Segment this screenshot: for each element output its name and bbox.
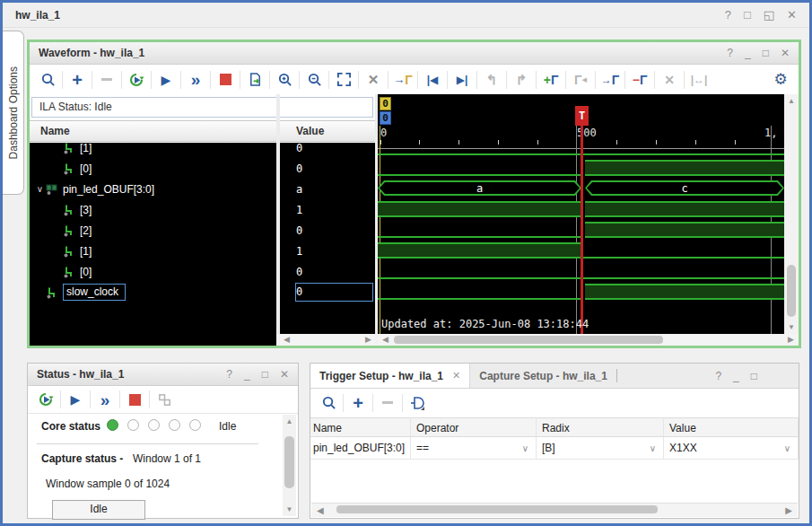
scroll-left-arrow-icon[interactable]: ◀ [382, 334, 389, 346]
stop-trigger-icon[interactable] [122, 389, 147, 410]
column-header-radix[interactable]: Radix [537, 417, 664, 437]
goto-marker-icon[interactable]: →Γ [598, 69, 623, 91]
minimize-icon[interactable]: _ [745, 47, 751, 59]
disable-trigger-icon[interactable]: ✕ [361, 69, 386, 91]
radix-select[interactable]: [B]∨ [537, 437, 664, 460]
signal-value-cell[interactable]: 0 [280, 158, 375, 179]
trigger-horizontal-scrollbar[interactable]: ◀ ▶ [311, 503, 798, 517]
signal-row-slow_clock[interactable]: slow_clock [30, 282, 276, 302]
float-icon[interactable]: ◱ [764, 8, 774, 22]
signal-value-cell[interactable]: a [280, 179, 375, 199]
dashboard-options-tab[interactable]: Dashboard Options [3, 31, 24, 195]
blue-marker-badge[interactable]: 0 [380, 111, 391, 125]
probe-name-cell[interactable]: pin_led_OBUF[3:0] [310, 437, 411, 460]
help-icon[interactable]: ? [715, 370, 721, 382]
run-trigger-icon[interactable] [124, 69, 149, 91]
wave-hscroll-thumb[interactable] [394, 336, 663, 344]
scroll-up-arrow-icon[interactable]: ▲ [283, 417, 296, 425]
scroll-right-arrow-icon[interactable]: ▶ [788, 334, 794, 346]
signal-value-cell[interactable]: 0 [280, 261, 375, 282]
name-column-header[interactable]: Name [30, 120, 276, 142]
signal-row-0[interactable]: [0] [30, 158, 276, 179]
signal-row-1[interactable]: [1] [30, 241, 276, 261]
tree-expand-icon[interactable]: ∨ [34, 184, 46, 194]
search-icon[interactable] [316, 392, 341, 414]
delete-icon[interactable]: ✕ [657, 69, 682, 91]
stop-trigger-icon[interactable] [213, 69, 238, 91]
next-transition-icon[interactable]: ▶| [450, 69, 475, 91]
signal-row-0[interactable]: [0] [30, 261, 276, 282]
search-icon[interactable] [35, 69, 60, 91]
close-icon[interactable]: ✕ [280, 368, 289, 381]
help-icon[interactable]: ? [226, 368, 232, 381]
fit-markers-icon[interactable]: |↔| [686, 69, 712, 91]
close-icon[interactable]: ✕ [781, 47, 790, 59]
signal-value-cell[interactable]: 0 [280, 143, 375, 158]
previous-marker-icon[interactable]: Γ◂ [568, 69, 593, 91]
run-trigger-repeat-icon[interactable]: » [92, 389, 118, 410]
scroll-right-arrow-icon[interactable]: ▶ [365, 334, 371, 346]
chevron-down-icon[interactable]: ∨ [650, 437, 656, 460]
close-icon[interactable]: ✕ [787, 8, 797, 22]
column-header-value[interactable]: Value [664, 417, 799, 437]
trigger-flag[interactable]: T [575, 106, 589, 126]
maximize-icon[interactable]: □ [751, 370, 757, 382]
goto-trigger-icon[interactable]: →Γ [390, 69, 415, 91]
previous-transition-icon[interactable]: |◀ [420, 69, 445, 91]
move-up-icon[interactable]: ↰ [479, 69, 504, 91]
minimize-icon[interactable]: _ [244, 368, 250, 381]
zoom-fit-icon[interactable] [331, 69, 356, 91]
maximize-icon[interactable]: □ [262, 368, 268, 381]
waveform-titlebar[interactable]: Waveform - hw_ila_1 ?_□✕ [30, 42, 799, 65]
add-probe-icon[interactable]: + [345, 392, 371, 414]
yellow-marker-badge[interactable]: 0 [380, 97, 391, 110]
column-header-name[interactable]: Name [310, 417, 411, 437]
maximize-icon[interactable]: □ [763, 47, 769, 59]
signal-value-cell[interactable]: 1 [280, 199, 375, 220]
run-trigger-immediate-icon[interactable]: ▶ [153, 69, 179, 91]
wave-horizontal-scrollbar[interactable]: ◀ ▶ [378, 334, 799, 346]
zoom-out-icon[interactable] [301, 69, 327, 91]
scroll-right-arrow-icon[interactable]: ▶ [785, 504, 792, 517]
signal-row-3[interactable]: [3] [30, 199, 276, 220]
signal-value-cell[interactable]: 1 [280, 241, 375, 261]
add-marker-icon[interactable]: +Γ [538, 69, 563, 91]
scroll-down-arrow-icon[interactable]: ▼ [283, 505, 296, 513]
minimize-icon[interactable]: _ [733, 370, 739, 382]
signal-value-cell[interactable]: 0 [280, 220, 375, 241]
value-select[interactable]: X1XX∨ [664, 437, 799, 460]
scroll-up-arrow-icon[interactable]: ▲ [784, 97, 799, 105]
column-header-operator[interactable]: Operator [411, 417, 537, 437]
wave-plot-area[interactable]: 0 0 0 500 1, ac T Updated at: 2025-Jun-0… [378, 94, 784, 334]
run-trigger-repeat-icon[interactable]: » [183, 69, 208, 91]
status-vertical-scrollbar[interactable]: ▲ ▼ [283, 415, 296, 516]
operator-select[interactable]: ==∨ [411, 437, 537, 460]
tab-close-icon[interactable]: ✕ [452, 370, 460, 381]
trigger-condition-icon[interactable] [405, 392, 430, 414]
signal-row-2[interactable]: [2] [30, 220, 276, 241]
zoom-in-icon[interactable] [272, 69, 297, 91]
move-down-icon[interactable]: ↱ [509, 69, 534, 91]
remove-marker-icon[interactable]: −Γ [627, 69, 652, 91]
chevron-down-icon[interactable]: ∨ [784, 437, 790, 460]
trigger-hscroll-thumb[interactable] [336, 505, 658, 513]
value-horizontal-scrollbar[interactable]: ◀ ▶ [280, 334, 375, 346]
help-icon[interactable]: ? [727, 47, 733, 59]
settings-gear-icon[interactable]: ⚙ [768, 69, 793, 91]
status-titlebar[interactable]: Status - hw_ila_1 ?_□✕ [28, 364, 298, 386]
signal-value-cell[interactable]: 0 [280, 282, 375, 302]
help-icon[interactable]: ? [725, 8, 731, 22]
export-data-icon[interactable] [242, 69, 267, 91]
signal-row-1[interactable]: [1] [30, 143, 276, 158]
signal-row-pin_led_OBUF30[interactable]: ∨pin_led_OBUF[3:0] [30, 179, 276, 199]
value-column-header[interactable]: Value [280, 120, 375, 142]
tab-capture-setup-hw-ila-1[interactable]: Capture Setup - hw_ila_1 [470, 364, 616, 388]
wave-vertical-scrollbar[interactable]: ▲ ▼ [784, 94, 799, 334]
run-trigger-immediate-icon[interactable]: ▶ [63, 389, 88, 410]
chevron-down-icon[interactable]: ∨ [522, 437, 528, 460]
scroll-down-arrow-icon[interactable]: ▼ [784, 323, 799, 331]
add-probe-icon[interactable]: + [65, 69, 90, 91]
scroll-left-arrow-icon[interactable]: ◀ [284, 334, 290, 346]
run-trigger-icon[interactable] [33, 389, 58, 410]
maximize-icon[interactable]: □ [744, 8, 751, 22]
